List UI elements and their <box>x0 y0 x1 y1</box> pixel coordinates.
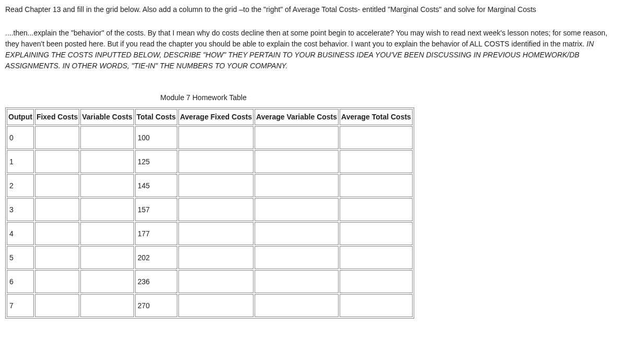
cell-variable-costs <box>80 270 134 293</box>
table-row: 5 202 <box>7 246 413 269</box>
cell-fixed-costs <box>35 150 79 173</box>
cost-table: Output Fixed Costs Variable Costs Total … <box>5 107 414 319</box>
cell-avg-variable-costs <box>255 150 339 173</box>
cell-variable-costs <box>80 150 134 173</box>
cell-avg-total-costs <box>340 222 413 245</box>
cell-total-costs: 157 <box>135 198 177 221</box>
cell-variable-costs <box>80 246 134 269</box>
instruction-paragraph-2: ....then...explain the "behavior" of the… <box>5 28 621 71</box>
cell-avg-variable-costs <box>255 198 339 221</box>
cell-output: 6 <box>7 270 34 293</box>
table-row: 3 157 <box>7 198 413 221</box>
cell-total-costs: 270 <box>135 294 177 317</box>
cell-output: 5 <box>7 246 34 269</box>
cell-fixed-costs <box>35 246 79 269</box>
table-row: 1 125 <box>7 150 413 173</box>
cell-avg-variable-costs <box>255 270 339 293</box>
table-body: 0 100 1 125 2 145 3 <box>7 126 413 317</box>
cell-output: 7 <box>7 294 34 317</box>
table-row: 4 177 <box>7 222 413 245</box>
header-variable-costs: Variable Costs <box>80 109 134 125</box>
cell-output: 3 <box>7 198 34 221</box>
table-row: 2 145 <box>7 174 413 197</box>
table-title: Module 7 Homework Table <box>5 92 402 103</box>
cell-variable-costs <box>80 198 134 221</box>
cell-fixed-costs <box>35 270 79 293</box>
cell-avg-total-costs <box>340 198 413 221</box>
cell-avg-fixed-costs <box>178 150 254 173</box>
instruction-text-normal: ....then...explain the "behavior" of the… <box>5 29 607 48</box>
cell-fixed-costs <box>35 198 79 221</box>
cell-variable-costs <box>80 222 134 245</box>
header-fixed-costs: Fixed Costs <box>35 109 79 125</box>
cell-variable-costs <box>80 294 134 317</box>
table-header-row: Output Fixed Costs Variable Costs Total … <box>7 109 413 125</box>
cell-avg-variable-costs <box>255 174 339 197</box>
cell-avg-variable-costs <box>255 126 339 149</box>
cell-total-costs: 145 <box>135 174 177 197</box>
cell-total-costs: 236 <box>135 270 177 293</box>
cell-avg-total-costs <box>340 294 413 317</box>
table-row: 6 236 <box>7 270 413 293</box>
header-output: Output <box>7 109 34 125</box>
cell-avg-total-costs <box>340 270 413 293</box>
cell-avg-fixed-costs <box>178 270 254 293</box>
cell-fixed-costs <box>35 126 79 149</box>
cell-variable-costs <box>80 174 134 197</box>
cell-output: 4 <box>7 222 34 245</box>
table-row: 7 270 <box>7 294 413 317</box>
cell-fixed-costs <box>35 174 79 197</box>
cell-avg-fixed-costs <box>178 126 254 149</box>
cell-total-costs: 125 <box>135 150 177 173</box>
header-avg-total-costs: Average Total Costs <box>340 109 413 125</box>
cell-avg-total-costs <box>340 126 413 149</box>
header-avg-fixed-costs: Average Fixed Costs <box>178 109 254 125</box>
cell-output: 0 <box>7 126 34 149</box>
cell-avg-variable-costs <box>255 246 339 269</box>
instructions-block: Read Chapter 13 and fill in the grid bel… <box>5 4 621 15</box>
cell-variable-costs <box>80 126 134 149</box>
cell-avg-variable-costs <box>255 294 339 317</box>
cell-avg-fixed-costs <box>178 198 254 221</box>
table-row: 0 100 <box>7 126 413 149</box>
cell-output: 1 <box>7 150 34 173</box>
cell-fixed-costs <box>35 294 79 317</box>
instructions-block-2: ....then...explain the "behavior" of the… <box>5 28 621 71</box>
instruction-line-1: Read Chapter 13 and fill in the grid bel… <box>5 4 621 15</box>
cell-avg-total-costs <box>340 150 413 173</box>
cell-total-costs: 177 <box>135 222 177 245</box>
cell-avg-total-costs <box>340 246 413 269</box>
cell-total-costs: 202 <box>135 246 177 269</box>
cell-avg-total-costs <box>340 174 413 197</box>
cell-avg-fixed-costs <box>178 222 254 245</box>
header-total-costs: Total Costs <box>135 109 177 125</box>
cell-output: 2 <box>7 174 34 197</box>
cell-avg-fixed-costs <box>178 246 254 269</box>
cell-total-costs: 100 <box>135 126 177 149</box>
cell-avg-variable-costs <box>255 222 339 245</box>
cell-avg-fixed-costs <box>178 294 254 317</box>
cell-fixed-costs <box>35 222 79 245</box>
header-avg-variable-costs: Average Variable Costs <box>255 109 339 125</box>
cell-avg-fixed-costs <box>178 174 254 197</box>
